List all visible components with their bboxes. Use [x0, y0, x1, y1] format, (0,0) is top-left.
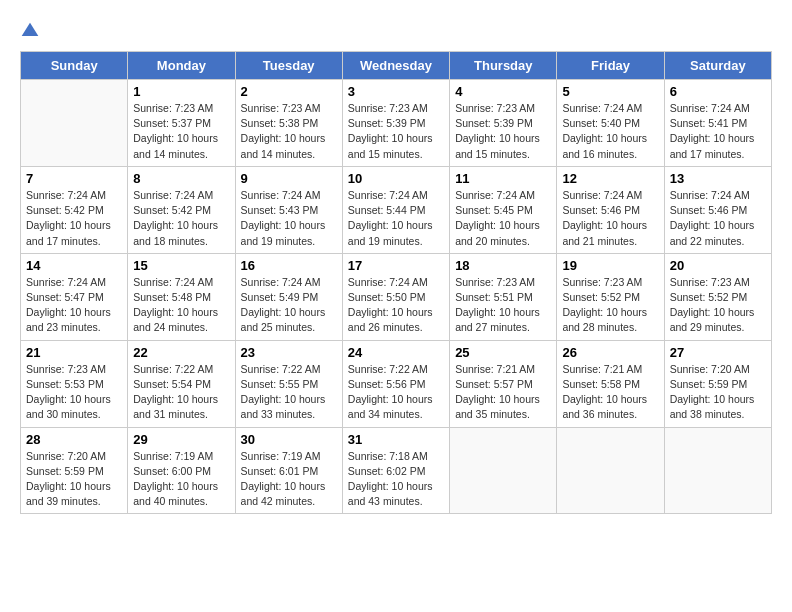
column-header-thursday: Thursday [450, 52, 557, 80]
day-info: Sunrise: 7:24 AMSunset: 5:42 PMDaylight:… [133, 188, 229, 249]
day-cell: 24Sunrise: 7:22 AMSunset: 5:56 PMDayligh… [342, 340, 449, 427]
day-cell [21, 80, 128, 167]
logo-icon [20, 21, 40, 41]
day-info: Sunrise: 7:24 AMSunset: 5:48 PMDaylight:… [133, 275, 229, 336]
calendar-header-row: SundayMondayTuesdayWednesdayThursdayFrid… [21, 52, 772, 80]
day-info: Sunrise: 7:18 AMSunset: 6:02 PMDaylight:… [348, 449, 444, 510]
day-cell: 19Sunrise: 7:23 AMSunset: 5:52 PMDayligh… [557, 253, 664, 340]
logo [20, 20, 42, 41]
day-cell: 3Sunrise: 7:23 AMSunset: 5:39 PMDaylight… [342, 80, 449, 167]
day-number: 11 [455, 171, 551, 186]
day-cell: 6Sunrise: 7:24 AMSunset: 5:41 PMDaylight… [664, 80, 771, 167]
day-cell: 26Sunrise: 7:21 AMSunset: 5:58 PMDayligh… [557, 340, 664, 427]
day-number: 2 [241, 84, 337, 99]
day-info: Sunrise: 7:24 AMSunset: 5:45 PMDaylight:… [455, 188, 551, 249]
week-row-3: 14Sunrise: 7:24 AMSunset: 5:47 PMDayligh… [21, 253, 772, 340]
day-number: 10 [348, 171, 444, 186]
day-cell: 13Sunrise: 7:24 AMSunset: 5:46 PMDayligh… [664, 166, 771, 253]
day-cell: 11Sunrise: 7:24 AMSunset: 5:45 PMDayligh… [450, 166, 557, 253]
day-info: Sunrise: 7:23 AMSunset: 5:53 PMDaylight:… [26, 362, 122, 423]
day-info: Sunrise: 7:24 AMSunset: 5:50 PMDaylight:… [348, 275, 444, 336]
week-row-1: 1Sunrise: 7:23 AMSunset: 5:37 PMDaylight… [21, 80, 772, 167]
day-cell: 5Sunrise: 7:24 AMSunset: 5:40 PMDaylight… [557, 80, 664, 167]
day-cell [557, 427, 664, 514]
day-info: Sunrise: 7:20 AMSunset: 5:59 PMDaylight:… [670, 362, 766, 423]
day-number: 15 [133, 258, 229, 273]
day-cell: 4Sunrise: 7:23 AMSunset: 5:39 PMDaylight… [450, 80, 557, 167]
day-number: 22 [133, 345, 229, 360]
day-info: Sunrise: 7:23 AMSunset: 5:51 PMDaylight:… [455, 275, 551, 336]
day-number: 12 [562, 171, 658, 186]
day-cell [664, 427, 771, 514]
day-info: Sunrise: 7:24 AMSunset: 5:41 PMDaylight:… [670, 101, 766, 162]
day-number: 1 [133, 84, 229, 99]
day-info: Sunrise: 7:23 AMSunset: 5:37 PMDaylight:… [133, 101, 229, 162]
day-number: 28 [26, 432, 122, 447]
day-cell: 29Sunrise: 7:19 AMSunset: 6:00 PMDayligh… [128, 427, 235, 514]
day-cell: 2Sunrise: 7:23 AMSunset: 5:38 PMDaylight… [235, 80, 342, 167]
page-header [20, 20, 772, 41]
day-cell: 16Sunrise: 7:24 AMSunset: 5:49 PMDayligh… [235, 253, 342, 340]
day-info: Sunrise: 7:23 AMSunset: 5:39 PMDaylight:… [455, 101, 551, 162]
day-cell [450, 427, 557, 514]
week-row-5: 28Sunrise: 7:20 AMSunset: 5:59 PMDayligh… [21, 427, 772, 514]
day-cell: 15Sunrise: 7:24 AMSunset: 5:48 PMDayligh… [128, 253, 235, 340]
day-info: Sunrise: 7:24 AMSunset: 5:43 PMDaylight:… [241, 188, 337, 249]
day-info: Sunrise: 7:22 AMSunset: 5:54 PMDaylight:… [133, 362, 229, 423]
day-number: 14 [26, 258, 122, 273]
day-info: Sunrise: 7:23 AMSunset: 5:38 PMDaylight:… [241, 101, 337, 162]
day-cell: 20Sunrise: 7:23 AMSunset: 5:52 PMDayligh… [664, 253, 771, 340]
day-cell: 1Sunrise: 7:23 AMSunset: 5:37 PMDaylight… [128, 80, 235, 167]
day-info: Sunrise: 7:24 AMSunset: 5:44 PMDaylight:… [348, 188, 444, 249]
day-number: 23 [241, 345, 337, 360]
day-number: 31 [348, 432, 444, 447]
day-info: Sunrise: 7:22 AMSunset: 5:55 PMDaylight:… [241, 362, 337, 423]
day-cell: 23Sunrise: 7:22 AMSunset: 5:55 PMDayligh… [235, 340, 342, 427]
day-cell: 8Sunrise: 7:24 AMSunset: 5:42 PMDaylight… [128, 166, 235, 253]
day-cell: 7Sunrise: 7:24 AMSunset: 5:42 PMDaylight… [21, 166, 128, 253]
day-info: Sunrise: 7:24 AMSunset: 5:40 PMDaylight:… [562, 101, 658, 162]
day-cell: 9Sunrise: 7:24 AMSunset: 5:43 PMDaylight… [235, 166, 342, 253]
day-number: 16 [241, 258, 337, 273]
day-number: 20 [670, 258, 766, 273]
day-info: Sunrise: 7:24 AMSunset: 5:46 PMDaylight:… [670, 188, 766, 249]
day-number: 21 [26, 345, 122, 360]
column-header-saturday: Saturday [664, 52, 771, 80]
day-info: Sunrise: 7:24 AMSunset: 5:47 PMDaylight:… [26, 275, 122, 336]
column-header-wednesday: Wednesday [342, 52, 449, 80]
day-info: Sunrise: 7:24 AMSunset: 5:42 PMDaylight:… [26, 188, 122, 249]
day-number: 7 [26, 171, 122, 186]
day-info: Sunrise: 7:22 AMSunset: 5:56 PMDaylight:… [348, 362, 444, 423]
day-number: 8 [133, 171, 229, 186]
week-row-2: 7Sunrise: 7:24 AMSunset: 5:42 PMDaylight… [21, 166, 772, 253]
column-header-monday: Monday [128, 52, 235, 80]
day-number: 29 [133, 432, 229, 447]
day-number: 4 [455, 84, 551, 99]
day-info: Sunrise: 7:19 AMSunset: 6:00 PMDaylight:… [133, 449, 229, 510]
day-cell: 12Sunrise: 7:24 AMSunset: 5:46 PMDayligh… [557, 166, 664, 253]
week-row-4: 21Sunrise: 7:23 AMSunset: 5:53 PMDayligh… [21, 340, 772, 427]
day-cell: 10Sunrise: 7:24 AMSunset: 5:44 PMDayligh… [342, 166, 449, 253]
day-cell: 17Sunrise: 7:24 AMSunset: 5:50 PMDayligh… [342, 253, 449, 340]
day-cell: 14Sunrise: 7:24 AMSunset: 5:47 PMDayligh… [21, 253, 128, 340]
day-info: Sunrise: 7:24 AMSunset: 5:49 PMDaylight:… [241, 275, 337, 336]
day-info: Sunrise: 7:19 AMSunset: 6:01 PMDaylight:… [241, 449, 337, 510]
day-number: 5 [562, 84, 658, 99]
day-number: 19 [562, 258, 658, 273]
column-header-tuesday: Tuesday [235, 52, 342, 80]
day-info: Sunrise: 7:21 AMSunset: 5:57 PMDaylight:… [455, 362, 551, 423]
day-cell: 18Sunrise: 7:23 AMSunset: 5:51 PMDayligh… [450, 253, 557, 340]
day-cell: 22Sunrise: 7:22 AMSunset: 5:54 PMDayligh… [128, 340, 235, 427]
day-cell: 27Sunrise: 7:20 AMSunset: 5:59 PMDayligh… [664, 340, 771, 427]
day-number: 26 [562, 345, 658, 360]
day-info: Sunrise: 7:23 AMSunset: 5:39 PMDaylight:… [348, 101, 444, 162]
calendar-table: SundayMondayTuesdayWednesdayThursdayFrid… [20, 51, 772, 514]
day-number: 6 [670, 84, 766, 99]
svg-marker-0 [22, 22, 39, 35]
day-info: Sunrise: 7:24 AMSunset: 5:46 PMDaylight:… [562, 188, 658, 249]
day-number: 18 [455, 258, 551, 273]
day-cell: 25Sunrise: 7:21 AMSunset: 5:57 PMDayligh… [450, 340, 557, 427]
day-cell: 28Sunrise: 7:20 AMSunset: 5:59 PMDayligh… [21, 427, 128, 514]
day-number: 24 [348, 345, 444, 360]
day-number: 17 [348, 258, 444, 273]
